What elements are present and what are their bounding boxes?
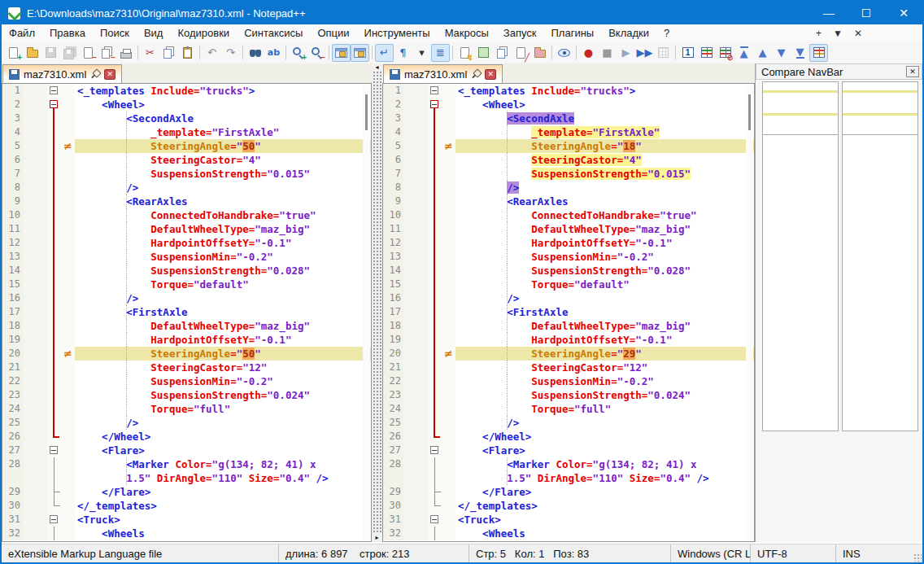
code-line[interactable]: 18 DefaultWheelType="maz_big" [383, 319, 754, 333]
save-icon[interactable] [41, 44, 60, 62]
resize-grip[interactable] [913, 553, 922, 562]
maximize-button[interactable]: ☐ [848, 2, 885, 24]
code-line[interactable]: 3 <SecondAxle [2, 111, 371, 125]
code-line[interactable]: 7 SuspensionStrength="0.015" [2, 167, 371, 181]
code-line[interactable]: 1.5" DirAngle="110" Size="0.4" /> [383, 471, 754, 485]
macro-record-icon[interactable]: ● [579, 44, 598, 62]
fold-margin[interactable] [429, 513, 442, 527]
zoom-in-icon[interactable]: + [289, 44, 307, 62]
pin-tab-icon[interactable] [471, 69, 481, 79]
vertical-scrollbar[interactable] [746, 85, 753, 540]
code-line[interactable]: 12 HardpointOffsetY="-0.1" [2, 236, 371, 250]
menu-item-файл[interactable]: Файл [2, 24, 42, 42]
document-map-icon[interactable] [493, 44, 512, 62]
save-all-icon[interactable] [60, 44, 79, 62]
menu-item-?[interactable]: ? [656, 24, 677, 42]
tab-close-icon[interactable]: ✕ [485, 69, 496, 80]
code-line[interactable]: 2 <Wheel> [383, 98, 754, 111]
fold-margin[interactable] [48, 98, 61, 111]
fold-margin[interactable] [48, 513, 61, 527]
indent-guide-icon[interactable]: ≣ [431, 44, 450, 62]
menu-item-макросы[interactable]: Макросы [438, 24, 496, 42]
code-line[interactable]: 14 SuspensionStrength="0.028" [383, 264, 754, 278]
code-line[interactable]: 20≠ SteeringAngle="29" [383, 347, 754, 361]
code-line[interactable]: 17 <FirstAxle [383, 305, 754, 319]
code-line[interactable]: 21 SteeringCastor="12" [2, 361, 371, 374]
fold-marker[interactable] [430, 100, 438, 108]
code-line[interactable]: 19 HardpointOffsetY="-0.1" [2, 333, 371, 347]
code-line[interactable]: 2 <Wheel> [2, 98, 371, 111]
code-line[interactable]: 6 SteeringCastor="4" [383, 153, 754, 167]
menu-item-поиск[interactable]: Поиск [93, 24, 137, 42]
code-line[interactable]: 12 HardpointOffsetY="-0.1" [383, 236, 754, 250]
minimize-button[interactable]: — [810, 2, 848, 24]
fold-margin[interactable] [48, 444, 61, 457]
navbar-map-column-right[interactable] [842, 81, 918, 431]
close-button[interactable]: ✕ [885, 2, 922, 24]
navbar-close-icon[interactable]: ✕ [906, 66, 919, 77]
code-line[interactable]: 23 SuspensionStrength="0.024" [2, 388, 371, 402]
zoom-out-icon[interactable]: − [307, 44, 326, 62]
new-tab-icon[interactable]: + [816, 28, 822, 39]
redo-icon[interactable]: ↷ [221, 44, 240, 62]
close-all-icon[interactable]: − [98, 44, 116, 62]
splitter-collapse-right-icon[interactable]: ▸ [372, 534, 382, 542]
cut-icon[interactable]: ✂ [141, 44, 159, 62]
code-line[interactable]: 1.5" DirAngle="110" Size="0.4" /> [2, 471, 371, 485]
code-line[interactable]: 24 Torque="full" [2, 402, 371, 416]
scrollbar-thumb[interactable] [748, 94, 751, 130]
undo-icon[interactable]: ↶ [203, 44, 221, 62]
code-line[interactable]: 27 <Flare> [383, 444, 754, 457]
scrollbar-thumb[interactable] [365, 94, 368, 130]
code-line[interactable]: 23 SuspensionStrength="0.024" [383, 388, 754, 402]
code-line[interactable]: 1<_templates Include="trucks"> [2, 84, 371, 98]
menu-item-плагины[interactable]: Плагины [544, 24, 602, 42]
menu-item-опции[interactable]: Опции [310, 24, 356, 42]
fold-marker[interactable] [50, 515, 58, 523]
editor-right[interactable]: 1<_templates Include="trucks">2 <Wheel>3… [382, 83, 755, 542]
code-line[interactable]: 20≠ SteeringAngle="50" [2, 347, 371, 361]
sync-horizontal-scroll-icon[interactable] [351, 44, 369, 62]
editor-left[interactable]: 1<_templates Include="trucks">2 <Wheel>3… [2, 83, 372, 542]
menu-item-запуск[interactable]: Запуск [496, 24, 544, 42]
code-line[interactable]: 28 <Marker Color="g(134; 82; 41) x [383, 457, 754, 471]
fold-marker[interactable] [430, 446, 438, 454]
code-line[interactable]: 25 /> [383, 416, 754, 430]
code-line[interactable]: 32 <Wheels [2, 527, 371, 540]
fold-marker[interactable] [430, 86, 438, 94]
code-line[interactable]: 25 /> [2, 416, 371, 430]
macro-play-icon[interactable]: ▶ [617, 44, 635, 62]
paragraph-dropdown-icon[interactable]: ▾ [412, 44, 431, 62]
print-icon[interactable] [116, 44, 135, 62]
code-line[interactable]: 32 <Wheels [383, 527, 754, 540]
code-line[interactable]: 4 _template="FirstAxle" [2, 125, 371, 139]
project-panel-icon[interactable] [530, 44, 549, 62]
fold-marker[interactable] [50, 86, 58, 94]
code-line[interactable]: 31<Truck> [383, 513, 754, 527]
open-file-icon[interactable] [23, 44, 41, 62]
macro-run-multiple-icon[interactable]: ▶▶ [635, 44, 654, 62]
splitter-collapse-left-icon[interactable]: ◂ [372, 63, 382, 72]
vertical-scrollbar[interactable] [363, 85, 370, 540]
code-line[interactable]: 15 Torque="default" [2, 278, 371, 291]
code-line[interactable]: 27 <Flare> [2, 444, 371, 457]
code-line[interactable]: 1<_templates Include="trucks"> [383, 84, 754, 98]
code-line[interactable]: 30</_templates> [383, 499, 754, 513]
tab-left[interactable]: maz7310.xml✕ [2, 64, 122, 83]
pin-tab-icon[interactable] [90, 69, 100, 79]
code-line[interactable]: 15 Torque="default" [383, 278, 754, 291]
navbar-map-column-left[interactable] [762, 81, 839, 431]
code-line[interactable]: 26 </Wheel> [2, 430, 371, 444]
document-switcher-icon[interactable]: ╱ [512, 44, 530, 62]
compare-clear-icon[interactable]: ⊘ [716, 44, 734, 62]
file-monitoring-icon[interactable] [555, 44, 573, 62]
fold-marker[interactable] [430, 515, 438, 523]
code-line[interactable]: 18 DefaultWheelType="maz_big" [2, 319, 371, 333]
fold-margin[interactable] [429, 84, 442, 98]
code-line[interactable]: 6 SteeringCastor="4" [2, 153, 371, 167]
code-line[interactable]: 5≠ SteeringAngle="50" [2, 139, 371, 153]
code-line[interactable]: 4 _template="FirstAxle" [383, 125, 754, 139]
code-line[interactable]: 29 </Flare> [2, 485, 371, 499]
code-line[interactable]: 8 /> [383, 181, 754, 195]
compare-set-first-icon[interactable]: 1 [678, 44, 697, 62]
